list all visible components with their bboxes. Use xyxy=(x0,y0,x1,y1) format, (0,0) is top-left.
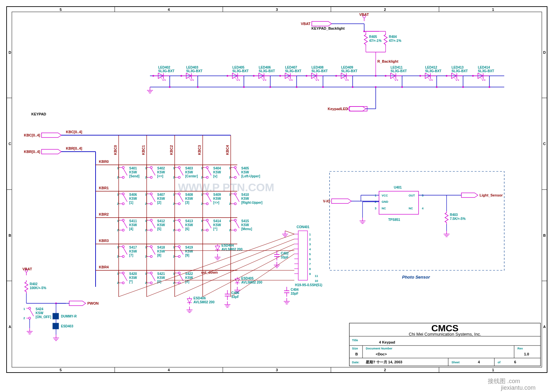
svg-text:SL3G-BXT: SL3G-BXT xyxy=(259,69,275,73)
backlight-title: KEYPAD_Backlight xyxy=(311,26,345,30)
svg-text:LED411: LED411 xyxy=(391,66,403,69)
svg-text:5: 5 xyxy=(309,253,311,256)
svg-point-198 xyxy=(420,75,421,77)
svg-text:33pF: 33pF xyxy=(281,256,288,259)
svg-rect-665 xyxy=(53,313,59,319)
footer-site: 接线图 .com xyxy=(488,378,520,384)
svg-text:KSW: KSW xyxy=(129,170,137,174)
svg-text:C402: C402 xyxy=(281,252,289,255)
svg-marker-572 xyxy=(215,246,220,250)
svg-text:3: 3 xyxy=(276,8,278,12)
svg-text:KSW: KSW xyxy=(157,197,165,200)
svg-text:[Center]: [Center] xyxy=(185,174,198,178)
svg-line-493 xyxy=(179,248,183,255)
svg-text:S414: S414 xyxy=(213,219,221,223)
svg-point-335 xyxy=(122,193,124,195)
svg-point-401 xyxy=(122,229,124,231)
svg-text:[8]: [8] xyxy=(157,254,161,257)
svg-text:KSW: KSW xyxy=(185,223,193,227)
svg-marker-592 xyxy=(187,299,192,303)
svg-text:S404: S404 xyxy=(213,166,221,170)
svg-point-647 xyxy=(29,307,31,309)
svg-point-118 xyxy=(253,75,255,77)
svg-rect-674 xyxy=(330,171,504,270)
svg-text:5: 5 xyxy=(422,194,424,197)
svg-point-388 xyxy=(234,203,236,205)
svg-text:ESD404: ESD404 xyxy=(221,244,234,247)
svg-point-453 xyxy=(234,229,236,231)
svg-line-285 xyxy=(151,168,155,175)
svg-text:KSW: KSW xyxy=(185,197,193,200)
svg-point-271 xyxy=(122,176,124,178)
svg-line-428 xyxy=(179,221,183,228)
dummy-r: DUMMY-R xyxy=(61,315,77,318)
svg-text:Date:: Date: xyxy=(352,361,360,364)
svg-text:SL3G-BXT: SL3G-BXT xyxy=(285,69,301,73)
svg-text:1: 1 xyxy=(117,246,119,249)
svg-point-414 xyxy=(150,229,152,231)
svg-text:KBC[0..4]: KBC[0..4] xyxy=(66,130,82,134)
svg-point-427 xyxy=(178,229,180,231)
svg-text:SL3G-BXT: SL3G-BXT xyxy=(186,69,202,73)
svg-text:[Send]: [Send] xyxy=(129,174,139,178)
svg-line-649 xyxy=(30,309,34,316)
svg-marker-245 xyxy=(42,149,61,154)
svg-text:3: 3 xyxy=(375,207,376,210)
svg-text:S413: S413 xyxy=(185,219,193,223)
svg-text:KBR1: KBR1 xyxy=(99,186,109,190)
svg-text:1: 1 xyxy=(145,272,147,275)
svg-line-506 xyxy=(123,274,127,281)
svg-text:[9]: [9] xyxy=(185,254,189,257)
photo-sensor-title: Photo Sensor xyxy=(402,275,430,280)
svg-text:R_Backlight: R_Backlight xyxy=(377,59,398,63)
svg-text:2: 2 xyxy=(145,281,147,285)
svg-text:[3]: [3] xyxy=(185,201,189,204)
watermark: WWW.P PTN.COM xyxy=(178,181,274,194)
svg-text:2: 2 xyxy=(201,202,203,205)
svg-text:[5]: [5] xyxy=(157,227,161,231)
svg-line-324 xyxy=(235,168,239,175)
svg-text:CON401: CON401 xyxy=(297,225,309,229)
svg-text:4: 4 xyxy=(422,207,424,210)
svg-text:1: 1 xyxy=(145,246,147,249)
svg-point-86 xyxy=(181,75,182,77)
svg-text:7.5K/+-5%: 7.5K/+-5% xyxy=(450,217,466,221)
svg-text:S406: S406 xyxy=(129,193,137,196)
svg-text:33pF: 33pF xyxy=(291,292,298,295)
svg-point-310 xyxy=(206,176,208,178)
svg-text:2: 2 xyxy=(229,228,231,232)
svg-line-402 xyxy=(123,221,127,228)
svg-point-517 xyxy=(150,272,152,274)
svg-text:R402: R402 xyxy=(30,282,38,286)
svg-text:LED407: LED407 xyxy=(285,66,297,69)
svg-text:2: 2 xyxy=(173,255,175,258)
svg-text:R403: R403 xyxy=(450,213,458,217)
svg-text:S403: S403 xyxy=(185,166,193,170)
svg-text:1: 1 xyxy=(173,166,175,170)
svg-text:U401: U401 xyxy=(394,186,402,189)
svg-text:1: 1 xyxy=(375,194,376,197)
svg-text:KBR[0..4]: KBR[0..4] xyxy=(66,146,82,150)
svg-text:1: 1 xyxy=(117,193,119,196)
svg-text:KSW: KSW xyxy=(129,250,137,253)
svg-line-567 xyxy=(147,239,294,297)
svg-text:S412: S412 xyxy=(157,219,165,223)
svg-text:4: 4 xyxy=(309,248,311,251)
svg-line-519 xyxy=(151,274,155,281)
svg-point-119 xyxy=(270,86,271,88)
svg-text:KSW: KSW xyxy=(241,223,249,227)
svg-text:[v]: [v] xyxy=(213,174,217,178)
svg-text:A: A xyxy=(9,325,11,329)
svg-text:KSW: KSW xyxy=(36,311,44,315)
svg-point-102 xyxy=(227,75,228,77)
svg-text:LED409: LED409 xyxy=(341,66,353,69)
svg-line-480 xyxy=(151,248,155,255)
footer-url: jiexiantu.com xyxy=(501,384,536,391)
svg-point-183 xyxy=(401,86,403,88)
svg-text:2: 2 xyxy=(145,255,147,258)
svg-point-492 xyxy=(178,256,180,257)
svg-text:[<=]: [<=] xyxy=(157,174,163,178)
svg-point-400 xyxy=(122,219,124,221)
svg-line-363 xyxy=(179,195,183,202)
svg-line-415 xyxy=(151,221,155,228)
